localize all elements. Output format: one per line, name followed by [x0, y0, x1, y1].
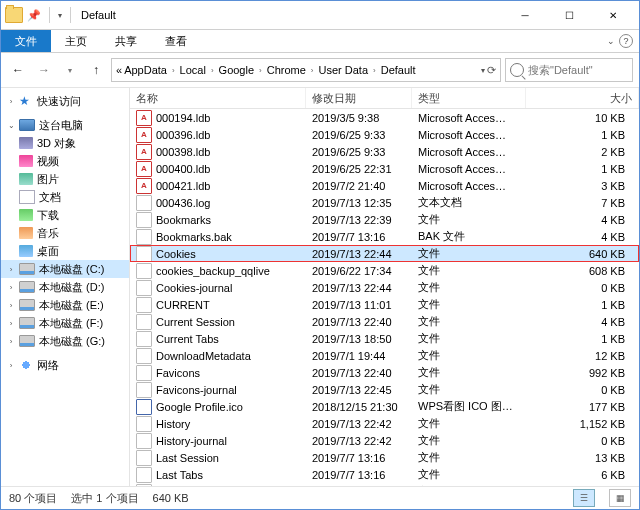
tab-view[interactable]: 查看	[151, 30, 201, 52]
nav-desktop[interactable]: 桌面	[1, 242, 129, 260]
file-size: 1 KB	[526, 299, 639, 311]
file-row[interactable]: Last Tabs2019/7/7 13:16文件6 KB	[130, 466, 639, 483]
file-icon	[136, 178, 152, 194]
file-date: 2019/7/2 21:40	[306, 180, 412, 192]
breadcrumb-item[interactable]: Local	[180, 64, 206, 76]
col-name[interactable]: 名称	[130, 88, 306, 108]
tab-home[interactable]: 主页	[51, 30, 101, 52]
breadcrumb-overflow[interactable]: «	[116, 64, 122, 76]
nav-downloads[interactable]: 下载	[1, 206, 129, 224]
tab-file[interactable]: 文件	[1, 30, 51, 52]
breadcrumb-dropdown-icon[interactable]: ▾	[481, 66, 485, 75]
file-row[interactable]: Current Session2019/7/13 22:40文件4 KB	[130, 313, 639, 330]
file-date: 2019/6/25 22:31	[306, 163, 412, 175]
nav-drive-f[interactable]: ›本地磁盘 (F:)	[1, 314, 129, 332]
view-large-icons-button[interactable]: ▦	[609, 489, 631, 507]
file-row[interactable]: 000436.log2019/7/13 12:35文本文档7 KB	[130, 194, 639, 211]
file-row[interactable]: cookies_backup_qqlive2019/6/22 17:34文件60…	[130, 262, 639, 279]
file-type: Microsoft Acces…	[412, 180, 526, 192]
maximize-button[interactable]: ☐	[547, 2, 591, 28]
file-row[interactable]: 000396.ldb2019/6/25 9:33Microsoft Acces……	[130, 126, 639, 143]
file-date: 2019/7/13 22:44	[306, 282, 412, 294]
column-headers[interactable]: 名称 修改日期 类型 大小	[130, 88, 639, 109]
file-size: 13 KB	[526, 452, 639, 464]
breadcrumb-item[interactable]: AppData	[124, 64, 167, 76]
breadcrumb-item[interactable]: Chrome	[267, 64, 306, 76]
view-details-button[interactable]: ☰	[573, 489, 595, 507]
ribbon-expand-icon[interactable]: ⌄	[607, 36, 615, 46]
nav-pictures[interactable]: 图片	[1, 170, 129, 188]
file-row[interactable]: DownloadMetadata2019/7/1 19:44文件12 KB	[130, 347, 639, 364]
file-row[interactable]: Cookies2019/7/13 22:44文件640 KB	[130, 245, 639, 262]
file-row[interactable]: Google Profile.ico2018/12/15 21:30WPS看图 …	[130, 398, 639, 415]
search-input[interactable]: 搜索"Default"	[505, 58, 633, 82]
file-name: Cookies-journal	[156, 282, 232, 294]
file-row[interactable]: Last Session2019/7/7 13:16文件13 KB	[130, 449, 639, 466]
nav-tree[interactable]: ›★快速访问 ⌄这台电脑 3D 对象 视频 图片 文档 下载 音乐 桌面 ›本地…	[1, 88, 130, 486]
file-list[interactable]: 000194.ldb2019/3/5 9:38Microsoft Acces…1…	[130, 109, 639, 486]
breadcrumb-item[interactable]: User Data	[319, 64, 369, 76]
file-icon	[136, 280, 152, 296]
nav-network[interactable]: ›网络	[1, 356, 129, 374]
file-size: 4 KB	[526, 316, 639, 328]
file-row[interactable]: Cookies-journal2019/7/13 22:44文件0 KB	[130, 279, 639, 296]
nav-documents[interactable]: 文档	[1, 188, 129, 206]
minimize-button[interactable]: ─	[503, 2, 547, 28]
file-icon	[136, 263, 152, 279]
nav-this-pc[interactable]: ⌄这台电脑	[1, 116, 129, 134]
address-bar: ← → ▾ ↑ « AppData› Local› Google› Chrome…	[1, 53, 639, 88]
file-row[interactable]: Current Tabs2019/7/13 18:50文件1 KB	[130, 330, 639, 347]
file-date: 2019/7/13 11:01	[306, 299, 412, 311]
file-row[interactable]: History2019/7/13 22:42文件1,152 KB	[130, 415, 639, 432]
breadcrumb-item[interactable]: Default	[381, 64, 416, 76]
nav-music[interactable]: 音乐	[1, 224, 129, 242]
qat-pin-icon[interactable]: 📌	[27, 9, 41, 22]
nav-back-button[interactable]: ←	[7, 59, 29, 81]
file-row[interactable]: 000421.ldb2019/7/2 21:40Microsoft Acces……	[130, 177, 639, 194]
nav-drive-c[interactable]: ›本地磁盘 (C:)	[1, 260, 129, 278]
nav-quick-access[interactable]: ›★快速访问	[1, 92, 129, 110]
nav-up-button[interactable]: ↑	[85, 59, 107, 81]
file-size: 4 KB	[526, 231, 639, 243]
qat-dropdown-icon[interactable]: ▾	[58, 11, 62, 20]
nav-history-dropdown[interactable]: ▾	[59, 59, 81, 81]
tab-share[interactable]: 共享	[101, 30, 151, 52]
file-row[interactable]: Favicons2019/7/13 22:40文件992 KB	[130, 364, 639, 381]
file-type: 文件	[412, 246, 526, 261]
file-row[interactable]: History-journal2019/7/13 22:42文件0 KB	[130, 432, 639, 449]
nav-videos[interactable]: 视频	[1, 152, 129, 170]
file-row[interactable]: Bookmarks.bak2019/7/7 13:16BAK 文件4 KB	[130, 228, 639, 245]
nav-3d-objects[interactable]: 3D 对象	[1, 134, 129, 152]
col-size[interactable]: 大小	[526, 88, 639, 108]
file-row[interactable]: 000194.ldb2019/3/5 9:38Microsoft Acces…1…	[130, 109, 639, 126]
col-date[interactable]: 修改日期	[306, 88, 412, 108]
file-type: 文件	[412, 212, 526, 227]
nav-drive-e[interactable]: ›本地磁盘 (E:)	[1, 296, 129, 314]
ribbon-tabs: 文件 主页 共享 查看 ⌄ ?	[1, 30, 639, 53]
nav-drive-g[interactable]: ›本地磁盘 (G:)	[1, 332, 129, 350]
breadcrumb[interactable]: « AppData› Local› Google› Chrome› User D…	[111, 58, 501, 82]
help-icon[interactable]: ?	[619, 34, 633, 48]
file-date: 2019/7/13 22:45	[306, 384, 412, 396]
file-row[interactable]: CURRENT2019/7/13 11:01文件1 KB	[130, 296, 639, 313]
file-row[interactable]: 000398.ldb2019/6/25 9:33Microsoft Acces……	[130, 143, 639, 160]
refresh-icon[interactable]: ⟳	[487, 64, 496, 77]
breadcrumb-item[interactable]: Google	[219, 64, 254, 76]
file-date: 2019/3/5 9:38	[306, 112, 412, 124]
file-row[interactable]: 000400.ldb2019/6/25 22:31Microsoft Acces…	[130, 160, 639, 177]
file-size: 1 KB	[526, 163, 639, 175]
file-date: 2019/7/7 13:16	[306, 452, 412, 464]
col-type[interactable]: 类型	[412, 88, 526, 108]
file-row[interactable]: Favicons-journal2019/7/13 22:45文件0 KB	[130, 381, 639, 398]
nav-drive-d[interactable]: ›本地磁盘 (D:)	[1, 278, 129, 296]
close-button[interactable]: ✕	[591, 2, 635, 28]
status-size: 640 KB	[153, 492, 189, 504]
file-size: 1 KB	[526, 129, 639, 141]
nav-forward-button[interactable]: →	[33, 59, 55, 81]
file-icon	[136, 399, 152, 415]
file-type: 文件	[412, 467, 526, 482]
file-name: Current Tabs	[156, 333, 219, 345]
file-type: 文件	[412, 263, 526, 278]
file-size: 3 KB	[526, 180, 639, 192]
file-row[interactable]: Bookmarks2019/7/13 22:39文件4 KB	[130, 211, 639, 228]
